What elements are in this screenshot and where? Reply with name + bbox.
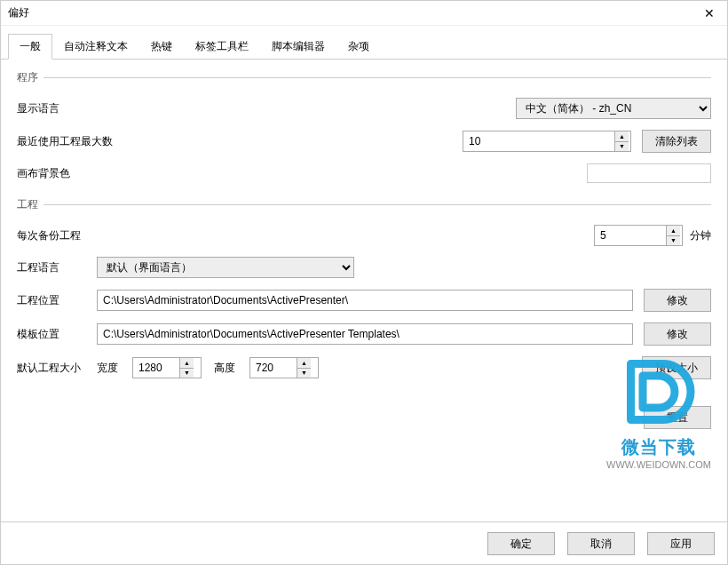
project-location-input[interactable] bbox=[97, 290, 633, 311]
width-label: 宽度 bbox=[97, 361, 132, 376]
template-location-modify-button[interactable]: 修改 bbox=[644, 322, 711, 346]
project-lang-select[interactable]: 默认（界面语言） bbox=[97, 257, 354, 278]
preset-size-button[interactable]: 预设大小 bbox=[642, 356, 711, 379]
width-input[interactable] bbox=[133, 358, 179, 378]
tab-script-editor[interactable]: 脚本编辑器 bbox=[260, 34, 336, 60]
height-label: 高度 bbox=[214, 361, 249, 376]
spin-down-icon[interactable]: ▼ bbox=[615, 142, 629, 152]
tab-misc[interactable]: 杂项 bbox=[336, 34, 381, 60]
clear-list-button[interactable]: 清除列表 bbox=[642, 130, 711, 153]
spin-down-icon[interactable]: ▼ bbox=[180, 369, 194, 378]
backup-spinbox[interactable]: ▲ ▼ bbox=[594, 225, 683, 246]
reset-button[interactable]: 重置 bbox=[644, 406, 711, 429]
close-icon[interactable]: ✕ bbox=[699, 6, 720, 20]
project-location-modify-button[interactable]: 修改 bbox=[644, 289, 711, 312]
tab-auto-annotation[interactable]: 自动注释文本 bbox=[52, 34, 139, 60]
apply-button[interactable]: 应用 bbox=[647, 532, 715, 555]
group-program: 程序 显示语言 中文（简体） - zh_CN 最近使用工程最大数 bbox=[17, 70, 711, 183]
tab-bar: 一般 自动注释文本 热键 标签工具栏 脚本编辑器 杂项 bbox=[1, 26, 727, 60]
titlebar: 偏好 ✕ bbox=[1, 1, 727, 26]
backup-input[interactable] bbox=[595, 226, 666, 245]
tab-hotkeys[interactable]: 热键 bbox=[139, 34, 184, 60]
spin-up-icon[interactable]: ▲ bbox=[615, 131, 629, 142]
project-location-label: 工程位置 bbox=[17, 293, 97, 308]
ok-button[interactable]: 确定 bbox=[487, 532, 555, 555]
canvas-bg-label: 画布背景色 bbox=[17, 166, 97, 181]
spin-up-icon[interactable]: ▲ bbox=[180, 358, 194, 369]
default-size-label: 默认工程大小 bbox=[17, 361, 97, 376]
height-input[interactable] bbox=[250, 358, 297, 378]
display-language-select[interactable]: 中文（简体） - zh_CN bbox=[516, 98, 711, 119]
display-language-label: 显示语言 bbox=[17, 101, 97, 116]
spin-up-icon[interactable]: ▲ bbox=[667, 226, 680, 236]
recent-projects-spinbox[interactable]: ▲ ▼ bbox=[463, 131, 631, 152]
dialog-button-bar: 确定 取消 应用 bbox=[1, 521, 727, 564]
tab-general[interactable]: 一般 bbox=[8, 34, 52, 60]
canvas-bg-color-picker[interactable] bbox=[587, 163, 711, 183]
spin-up-icon[interactable]: ▲ bbox=[297, 358, 311, 369]
template-location-label: 模板位置 bbox=[17, 327, 97, 342]
backup-label: 每次备份工程 bbox=[17, 228, 97, 243]
project-lang-label: 工程语言 bbox=[17, 260, 97, 275]
recent-projects-label: 最近使用工程最大数 bbox=[17, 134, 141, 149]
group-project: 工程 每次备份工程 ▲ ▼ 分钟 工程语言 bbox=[17, 197, 711, 429]
divider bbox=[44, 77, 711, 78]
window-title: 偏好 bbox=[8, 5, 699, 20]
cancel-button[interactable]: 取消 bbox=[567, 532, 635, 555]
divider bbox=[44, 204, 711, 205]
spin-down-icon[interactable]: ▼ bbox=[667, 236, 680, 246]
group-project-title: 工程 bbox=[17, 197, 38, 212]
group-program-title: 程序 bbox=[17, 70, 38, 85]
width-spinbox[interactable]: ▲ ▼ bbox=[132, 357, 202, 378]
tab-label-toolbar[interactable]: 标签工具栏 bbox=[184, 34, 260, 60]
recent-projects-input[interactable] bbox=[463, 131, 614, 151]
template-location-input[interactable] bbox=[97, 323, 633, 345]
height-spinbox[interactable]: ▲ ▼ bbox=[249, 357, 319, 378]
backup-unit: 分钟 bbox=[690, 228, 711, 243]
spin-down-icon[interactable]: ▼ bbox=[297, 369, 311, 378]
